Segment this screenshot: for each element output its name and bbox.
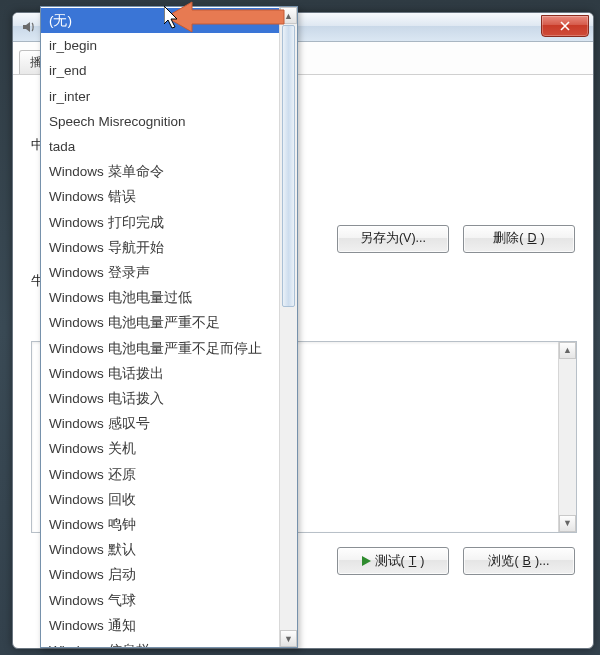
dropdown-item[interactable]: Windows 登录声 bbox=[41, 260, 280, 285]
dropdown-item[interactable]: Windows 默认 bbox=[41, 537, 280, 562]
play-icon bbox=[362, 556, 371, 566]
delete-label-suffix: ) bbox=[541, 229, 545, 248]
test-label-suffix: ) bbox=[420, 552, 424, 571]
dropdown-item[interactable]: Windows 信息栏 bbox=[41, 638, 280, 647]
dropdown-item[interactable]: Windows 鸣钟 bbox=[41, 512, 280, 537]
dropdown-item[interactable]: Windows 打印完成 bbox=[41, 210, 280, 235]
scroll-down-icon[interactable]: ▼ bbox=[280, 630, 297, 647]
dropdown-item[interactable]: ir_inter bbox=[41, 84, 280, 109]
scroll-up-icon[interactable]: ▲ bbox=[280, 7, 297, 24]
scroll-down-icon[interactable]: ▼ bbox=[559, 515, 576, 532]
dropdown-item[interactable]: Windows 电话拨入 bbox=[41, 386, 280, 411]
save-as-button[interactable]: 另存为(V)... bbox=[337, 225, 449, 253]
dropdown-item[interactable]: Windows 气球 bbox=[41, 588, 280, 613]
dropdown-item[interactable]: tada bbox=[41, 134, 280, 159]
listbox-scrollbar[interactable]: ▲ ▼ bbox=[558, 342, 576, 532]
dropdown-items-viewport: (无)ir_beginir_endir_interSpeech Misrecog… bbox=[41, 7, 280, 647]
delete-button[interactable]: 删除(D) bbox=[463, 225, 575, 253]
delete-label-prefix: 删除( bbox=[493, 229, 523, 248]
dropdown-item[interactable]: Windows 回收 bbox=[41, 487, 280, 512]
dropdown-item[interactable]: Windows 电池电量过低 bbox=[41, 285, 280, 310]
dropdown-item[interactable]: Windows 导航开始 bbox=[41, 235, 280, 260]
dropdown-item[interactable]: (无) bbox=[41, 8, 280, 33]
browse-button[interactable]: 浏览(B)... bbox=[463, 547, 575, 575]
browse-label-prefix: 浏览( bbox=[488, 552, 518, 571]
browse-label-key: B bbox=[523, 552, 531, 571]
dropdown-item[interactable]: Speech Misrecognition bbox=[41, 109, 280, 134]
browse-label-suffix: )... bbox=[535, 552, 550, 571]
dropdown-item[interactable]: ir_end bbox=[41, 58, 280, 83]
dropdown-item[interactable]: Windows 电池电量严重不足 bbox=[41, 310, 280, 335]
scroll-up-icon[interactable]: ▲ bbox=[559, 342, 576, 359]
sounds-dropdown-list[interactable]: (无)ir_beginir_endir_interSpeech Misrecog… bbox=[40, 6, 298, 648]
test-label-prefix: 测试( bbox=[375, 552, 405, 571]
dropdown-item[interactable]: Windows 感叹号 bbox=[41, 411, 280, 436]
dropdown-item[interactable]: Windows 菜单命令 bbox=[41, 159, 280, 184]
scroll-thumb[interactable] bbox=[282, 25, 295, 307]
dropdown-item[interactable]: Windows 启动 bbox=[41, 562, 280, 587]
sound-icon bbox=[21, 19, 37, 35]
dropdown-item[interactable]: Windows 错误 bbox=[41, 184, 280, 209]
delete-label-key: D bbox=[527, 229, 536, 248]
dropdown-scrollbar[interactable]: ▲ ▼ bbox=[279, 7, 297, 647]
dropdown-item[interactable]: Windows 电池电量严重不足而停止 bbox=[41, 336, 280, 361]
test-label-key: T bbox=[409, 552, 417, 571]
dropdown-item[interactable]: Windows 电话拨出 bbox=[41, 361, 280, 386]
test-button[interactable]: 测试(T) bbox=[337, 547, 449, 575]
desktop-background: 声 播 中的一组声音。您可以选择现有方 另存为(V)... 删除(D) bbox=[0, 0, 600, 655]
dropdown-item[interactable]: ir_begin bbox=[41, 33, 280, 58]
dropdown-item[interactable]: Windows 还原 bbox=[41, 462, 280, 487]
save-as-label: 另存为(V)... bbox=[360, 229, 426, 248]
close-button[interactable] bbox=[541, 15, 589, 37]
dropdown-item[interactable]: Windows 关机 bbox=[41, 436, 280, 461]
dropdown-item[interactable]: Windows 通知 bbox=[41, 613, 280, 638]
